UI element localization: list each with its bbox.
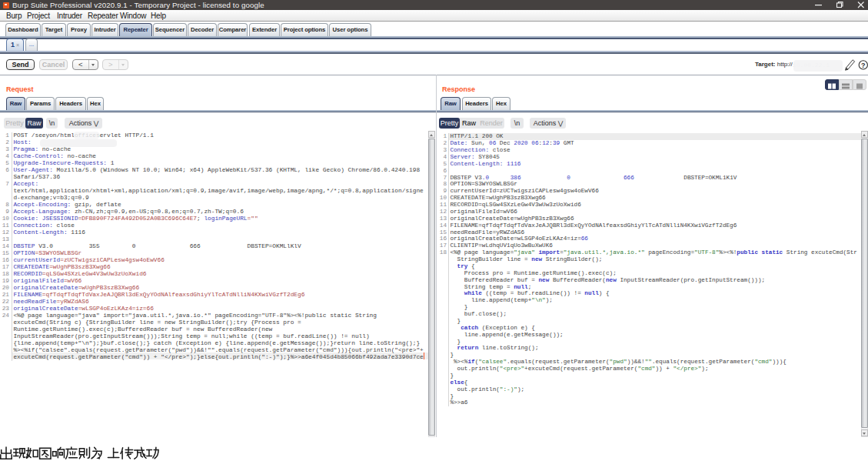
svg-text:?: ?: [861, 61, 866, 68]
